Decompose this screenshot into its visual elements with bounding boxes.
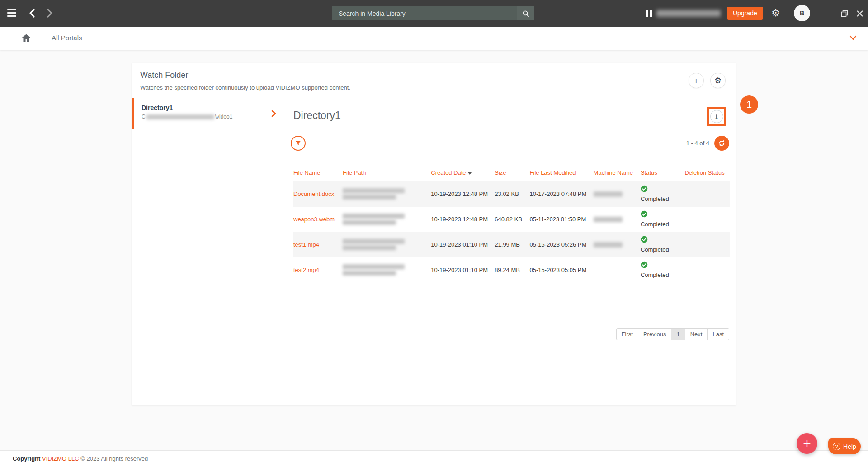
chevron-right-icon <box>270 110 277 119</box>
add-watch-folder-button[interactable]: + <box>689 73 704 88</box>
watch-folder-files-table: File Name File Path Created Date Size Fi… <box>293 166 730 283</box>
pagination-next[interactable]: Next <box>685 328 708 340</box>
manage-gears-icon[interactable]: ⚙ <box>771 7 780 19</box>
col-created-date[interactable]: Created Date <box>431 166 495 181</box>
menu-icon[interactable] <box>7 9 17 17</box>
upgrade-button[interactable]: Upgrade <box>727 7 763 20</box>
refresh-button[interactable] <box>714 136 729 151</box>
refresh-icon <box>717 139 726 148</box>
media-library-search <box>332 6 534 20</box>
modified-cell: 05-11-2023 01:50 PM <box>530 207 594 232</box>
created-date-cell: 10-19-2023 12:48 PM <box>431 207 495 232</box>
col-deletion-status[interactable]: Deletion Status <box>684 166 730 181</box>
size-cell: 89.24 MB <box>495 257 529 283</box>
deletion-status-cell <box>684 257 730 283</box>
pagination-previous[interactable]: Previous <box>638 328 672 340</box>
help-button[interactable]: ? Help <box>828 438 861 454</box>
deletion-status-cell <box>684 232 730 257</box>
size-cell: 21.99 MB <box>495 232 529 257</box>
directory-list: Directory1 C \video1 <box>132 98 283 405</box>
created-date-cell: 10-19-2023 01:10 PM <box>431 232 495 257</box>
directory-title: Directory1 <box>293 110 341 122</box>
settings-button[interactable]: ⚙ <box>710 73 726 88</box>
pagination-last[interactable]: Last <box>707 328 729 340</box>
annotation-step-badge: 1 <box>740 95 758 114</box>
avatar[interactable]: B <box>794 5 810 21</box>
pause-icon[interactable] <box>646 10 652 17</box>
result-range-label: 1 - 4 of 4 <box>686 140 709 147</box>
page-title: Watch Folder <box>140 71 188 80</box>
status-cell: Completed <box>641 257 685 283</box>
forward-icon[interactable] <box>44 8 55 19</box>
footer: Copyright VIDIZMO LLC © 2023 All rights … <box>0 450 868 467</box>
filter-button[interactable] <box>291 136 306 151</box>
sort-desc-icon <box>468 172 472 175</box>
col-size[interactable]: Size <box>495 166 529 181</box>
modified-cell: 05-15-2023 05:05 PM <box>530 257 594 283</box>
redacted-account-text <box>656 10 721 17</box>
directory-list-item[interactable]: Directory1 C \video1 <box>132 98 283 129</box>
col-file-path[interactable]: File Path <box>343 166 431 181</box>
search-input[interactable] <box>332 6 517 20</box>
check-circle-icon <box>641 261 648 268</box>
created-date-cell: 10-19-2023 12:48 PM <box>431 181 495 207</box>
chevron-down-icon[interactable] <box>848 34 858 43</box>
machine-cell <box>594 232 641 257</box>
plus-icon: + <box>693 76 699 86</box>
deletion-status-cell <box>684 207 730 232</box>
file-link[interactable]: test2.mp4 <box>293 267 319 273</box>
file-link[interactable]: Document.docx <box>293 191 334 197</box>
question-icon: ? <box>833 443 840 450</box>
deletion-status-cell <box>684 181 730 207</box>
info-icon[interactable]: i <box>710 110 723 123</box>
created-date-cell: 10-19-2023 01:10 PM <box>431 257 495 283</box>
redacted-path <box>146 114 214 119</box>
back-icon[interactable] <box>27 8 38 19</box>
redacted-machine-name <box>594 191 623 197</box>
breadcrumb-all-portals[interactable]: All Portals <box>52 34 82 42</box>
col-file-last-modified[interactable]: File Last Modified <box>530 166 594 181</box>
status-cell: Completed <box>641 207 685 232</box>
main-content: Watch Folder Watches the specified folde… <box>0 50 868 450</box>
directory-path-prefix: C <box>142 114 146 120</box>
funnel-icon <box>294 139 302 147</box>
file-path-cell <box>343 181 431 207</box>
col-file-name[interactable]: File Name <box>293 166 343 181</box>
directory-path: C \video1 <box>142 114 269 120</box>
info-button-highlight[interactable]: i <box>707 107 726 126</box>
breadcrumb: All Portals <box>0 27 868 50</box>
pagination-page-1[interactable]: 1 <box>671 328 685 340</box>
add-fab-button[interactable]: + <box>797 433 817 454</box>
file-path-cell <box>343 232 431 257</box>
top-bar: Upgrade ⚙ B <box>0 0 868 27</box>
machine-cell <box>594 181 641 207</box>
file-path-cell <box>343 257 431 283</box>
file-link[interactable]: weapon3.webm <box>293 216 335 223</box>
col-status[interactable]: Status <box>641 166 685 181</box>
col-machine-name[interactable]: Machine Name <box>594 166 641 181</box>
restore-window-icon[interactable] <box>839 8 850 19</box>
file-link[interactable]: test1.mp4 <box>293 241 319 248</box>
status-cell: Completed <box>641 232 685 257</box>
card-actions: + ⚙ <box>689 73 726 88</box>
pagination-first[interactable]: First <box>616 328 638 340</box>
minimize-icon[interactable] <box>824 8 835 19</box>
watch-folder-card: Watch Folder Watches the specified folde… <box>132 63 736 405</box>
watch-folder-header: Watch Folder Watches the specified folde… <box>132 63 736 98</box>
copyright-label: Copyright <box>13 455 40 462</box>
status-cell: Completed <box>641 181 685 207</box>
machine-cell <box>594 257 641 283</box>
check-circle-icon <box>641 210 648 218</box>
company-link[interactable]: VIDIZMO LLC <box>42 455 79 462</box>
rights-text: © 2023 All rights reserved <box>80 455 148 462</box>
redacted-machine-name <box>594 217 623 222</box>
modified-cell: 05-15-2023 05:26 PM <box>530 232 594 257</box>
size-cell: 640.82 KB <box>495 207 529 232</box>
help-label: Help <box>843 443 856 450</box>
file-path-cell <box>343 207 431 232</box>
modified-cell: 10-17-2023 07:48 PM <box>530 181 594 207</box>
home-icon[interactable] <box>21 33 32 45</box>
close-icon[interactable] <box>854 8 865 19</box>
directory-path-suffix: \video1 <box>215 114 233 120</box>
search-icon[interactable] <box>517 6 534 20</box>
